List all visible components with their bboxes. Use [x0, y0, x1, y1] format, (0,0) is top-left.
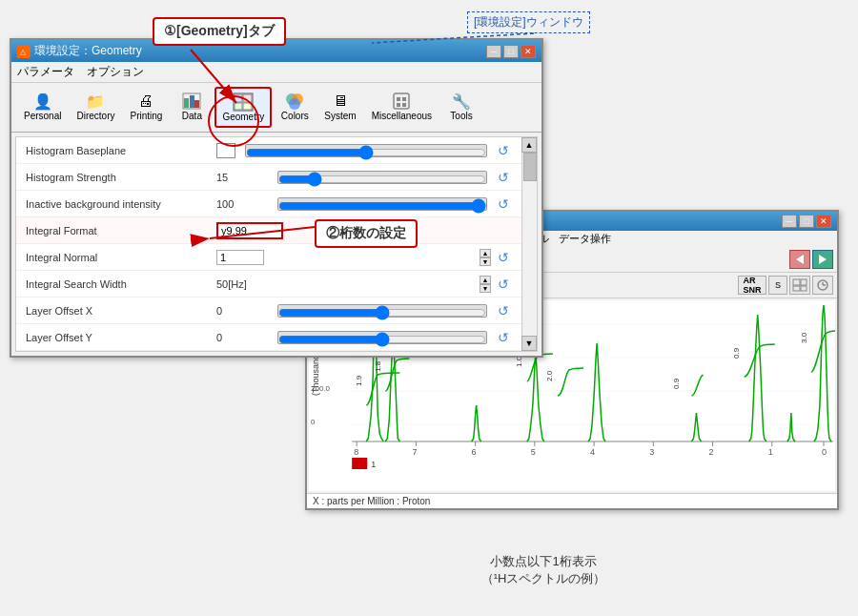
svg-rect-53 [801, 279, 807, 285]
integral-normal-input[interactable] [216, 250, 264, 265]
tab-colors[interactable]: Colors [274, 87, 316, 128]
layer-y-slider[interactable] [277, 331, 487, 344]
bottom-annotation: 小数点以下1桁表示 （¹Hスペクトルの例） [439, 553, 648, 587]
bottom-note-line2: （¹Hスペクトルの例） [439, 570, 648, 587]
close-button[interactable]: ✕ [521, 45, 536, 58]
svg-rect-96 [352, 458, 367, 469]
spec-btn-grid2[interactable] [789, 276, 810, 295]
tab-tools-label: Tools [450, 111, 472, 121]
scroll-down-button[interactable]: ▼ [521, 336, 537, 351]
strength-reset[interactable]: ↺ [495, 169, 512, 186]
printing-icon: 🖨 [134, 92, 157, 111]
search-width-reset[interactable]: ↺ [495, 276, 512, 293]
xaxis-label: X : parts per Million : Proton [313, 496, 430, 506]
data-icon [180, 92, 203, 111]
svg-text:0: 0 [822, 447, 827, 457]
spectrum-window-controls: ─ □ ✕ [782, 215, 831, 228]
geometry-tab-label: ①[Geometry]タブ [164, 23, 275, 38]
svg-text:1.0: 1.0 [515, 356, 523, 367]
svg-text:5: 5 [531, 447, 536, 457]
tab-directory-label: Directory [76, 111, 114, 121]
svg-text:1: 1 [768, 447, 773, 457]
svg-rect-16 [402, 97, 406, 101]
settings-window: △ 環境設定：Geometry ─ □ ✕ パラメータ オプション 👤 Pers… [10, 38, 543, 358]
menu-item-options[interactable]: オプション [87, 65, 144, 78]
minimize-button[interactable]: ─ [486, 45, 501, 58]
integral-normal-reset[interactable]: ↺ [495, 249, 512, 266]
baseplane-range[interactable] [246, 145, 486, 160]
personal-icon: 👤 [31, 92, 54, 111]
inactive-bg-range[interactable] [278, 198, 486, 214]
spectrum-minimize-button[interactable]: ─ [782, 215, 797, 228]
spec-btn-fwd[interactable] [812, 250, 833, 269]
layer-y-range[interactable] [278, 332, 486, 347]
tab-miscellaneous[interactable]: Miscellaneous [365, 87, 439, 128]
layer-x-slider[interactable] [277, 304, 487, 318]
integral-normal-spinner[interactable]: ▲ ▼ [480, 249, 491, 266]
layer-x-range[interactable] [278, 305, 486, 320]
svg-text:2.0: 2.0 [545, 370, 554, 381]
maximize-button[interactable]: □ [503, 45, 519, 58]
strength-slider[interactable] [277, 171, 487, 184]
strength-range[interactable] [278, 172, 486, 187]
svg-marker-36 [819, 255, 827, 264]
param-layer-offset-x: Layer Offset X 0 ↺ [16, 298, 521, 324]
menu-bar: パラメータ オプション [11, 62, 541, 83]
tab-system-label: System [324, 111, 356, 121]
svg-text:8: 8 [354, 447, 358, 457]
spectrum-close-button[interactable]: ✕ [816, 215, 831, 228]
baseplane-reset[interactable]: ↺ [495, 142, 512, 159]
svg-rect-14 [394, 93, 409, 109]
bottom-note-line1: 小数点以下1桁表示 [439, 553, 648, 570]
titlebar-left: △ 環境設定：Geometry [17, 43, 142, 59]
inactive-bg-reset[interactable]: ↺ [495, 195, 512, 213]
search-width-spinner[interactable]: ▲ ▼ [480, 276, 491, 293]
svg-rect-5 [194, 100, 199, 108]
scrollbar-thumb[interactable] [523, 153, 537, 181]
menu-item-params[interactable]: パラメータ [17, 65, 74, 78]
tab-personal-label: Personal [24, 111, 61, 121]
integral-format-input[interactable] [216, 222, 283, 239]
tab-miscellaneous-label: Miscellaneous [372, 111, 432, 121]
svg-text:200.0: 200.0 [311, 384, 331, 393]
svg-text:0: 0 [311, 418, 316, 426]
inactive-bg-slider[interactable] [277, 197, 487, 211]
svg-rect-54 [793, 286, 800, 291]
tab-personal[interactable]: 👤 Personal [17, 87, 68, 128]
svg-text:1.9: 1.9 [355, 375, 363, 386]
digit-setting-label: ②桁数の設定 [326, 225, 406, 240]
spec-btn-back[interactable] [789, 250, 810, 269]
svg-rect-15 [397, 97, 400, 101]
tab-printing-label: Printing [130, 111, 162, 121]
directory-icon: 📁 [84, 92, 107, 111]
param-integral-search-width: Integral Search Width 50[Hz] ▲ ▼ ↺ [16, 271, 521, 298]
menu-data-ops[interactable]: データ操作 [559, 232, 611, 246]
svg-text:1: 1 [371, 460, 376, 469]
system-icon: 🖥 [329, 92, 352, 111]
tab-system[interactable]: 🖥 System [317, 87, 362, 128]
spec-btn-snr[interactable]: S [768, 276, 787, 295]
baseplane-slider[interactable] [245, 144, 487, 157]
tab-tools[interactable]: 🔧 Tools [440, 87, 482, 128]
digit-setting-callout: ②桁数の設定 [315, 219, 418, 248]
spec-btn-ar[interactable]: ARSNR [738, 276, 766, 295]
window-title: 環境設定：Geometry [34, 43, 142, 59]
layer-x-reset[interactable]: ↺ [495, 302, 512, 319]
tab-directory[interactable]: 📁 Directory [70, 87, 121, 128]
spectrum-maximize-button[interactable]: □ [799, 215, 814, 228]
svg-text:7: 7 [412, 447, 417, 457]
svg-text:△: △ [20, 48, 27, 56]
scroll-up-button[interactable]: ▲ [521, 137, 537, 153]
svg-text:3.0: 3.0 [800, 332, 808, 343]
env-label-text: [環境設定]ウィンドウ [474, 15, 583, 29]
tab-printing[interactable]: 🖨 Printing [123, 87, 169, 128]
title-icon: △ [17, 45, 31, 58]
layer-y-reset[interactable]: ↺ [495, 329, 512, 346]
svg-rect-18 [402, 103, 406, 107]
tab-data[interactable]: Data [171, 87, 213, 128]
spectrum-status-bar: X : parts per Million : Proton [307, 493, 837, 508]
spec-btn-last[interactable] [812, 276, 833, 295]
toolbar: 👤 Personal 📁 Directory 🖨 Printing Data [11, 83, 541, 133]
param-histogram-baseplane: Histogram Baseplane ↺ [16, 137, 521, 164]
geometry-circle-highlight [208, 95, 259, 147]
